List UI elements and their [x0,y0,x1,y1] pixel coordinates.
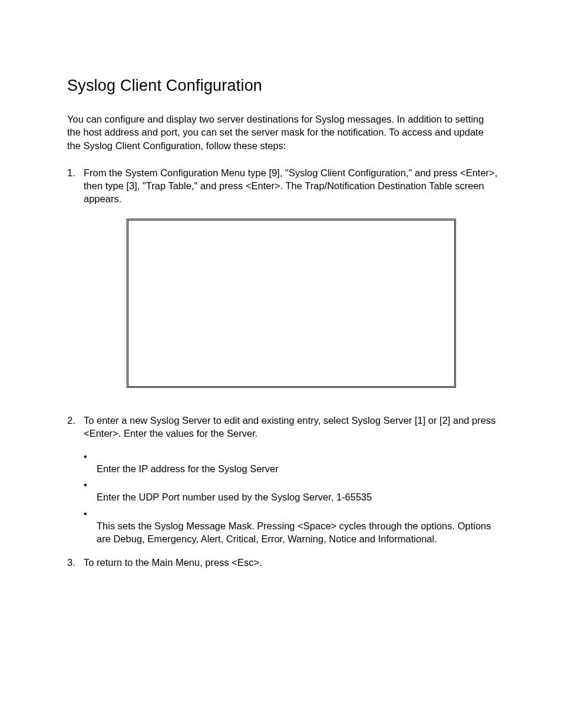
bullet-text: Enter the UDP Port number used by the Sy… [97,490,498,503]
intro-paragraph: You can configure and display two server… [67,113,498,152]
bullet-text: Enter the IP address for the Syslog Serv… [97,462,498,475]
step-text: To return to the Main Menu, press <Esc>. [84,556,498,569]
bullet-icon: • [84,508,97,546]
step-2-sublist: • Enter the IP address for the Syslog Se… [84,450,498,545]
steps-list: 1. From the System Configuration Menu ty… [67,166,498,569]
step-3: 3. To return to the Main Menu, press <Es… [67,556,498,569]
step-number: 3. [67,556,84,569]
page-title: Syslog Client Configuration [67,77,498,95]
step-2: 2. To enter a new Syslog Server to edit … [67,414,498,549]
sub-bullet-2: • Enter the UDP Port number used by the … [84,479,498,503]
sub-bullet-1: • Enter the IP address for the Syslog Se… [84,450,498,475]
sub-bullet-3: • This sets the Syslog Message Mask. Pre… [84,508,498,546]
step-1: 1. From the System Configuration Menu ty… [67,166,498,407]
bullet-text: This sets the Syslog Message Mask. Press… [97,519,498,546]
step-text: From the System Configuration Menu type … [84,166,498,206]
step-text: To enter a new Syslog Server to edit and… [84,414,498,440]
step-number: 1. [67,166,84,407]
screenshot-placeholder-box [127,219,456,388]
bullet-icon: • [84,479,97,503]
bullet-icon: • [84,450,97,475]
step-number: 2. [67,414,84,549]
